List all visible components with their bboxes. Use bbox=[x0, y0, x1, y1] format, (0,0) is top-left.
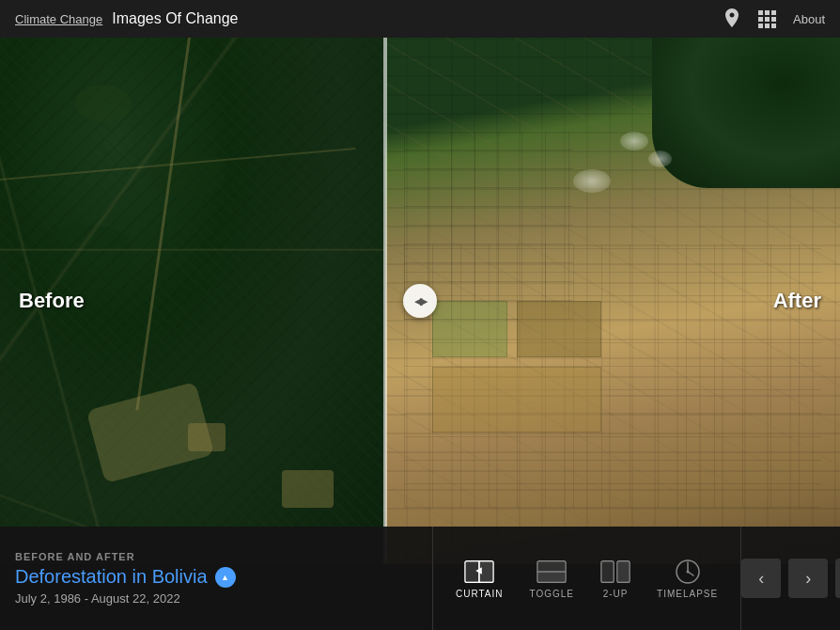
date-range: July 2, 1986 - August 22, 2022 bbox=[15, 591, 417, 606]
svg-rect-6 bbox=[758, 24, 763, 28]
grid-icon[interactable] bbox=[757, 9, 776, 28]
svg-point-25 bbox=[686, 570, 689, 573]
curtain-icon bbox=[464, 559, 494, 585]
toggle-view-button[interactable]: TOGGLE bbox=[517, 551, 588, 606]
svg-rect-20 bbox=[602, 561, 613, 581]
expand-title-button[interactable] bbox=[215, 567, 236, 588]
drag-handle[interactable] bbox=[403, 284, 437, 318]
curtain-label: CURTAIN bbox=[456, 589, 504, 599]
before-after-tag: BEFORE AND AFTER bbox=[15, 551, 417, 562]
timelapse-icon bbox=[673, 559, 703, 585]
navigation-controls: ‹ › bbox=[740, 527, 840, 630]
header-bar: Climate Change Images Of Change About bbox=[0, 0, 840, 38]
bottom-bar: BEFORE AND AFTER Deforestation in Bolivi… bbox=[0, 527, 840, 630]
image-comparison-area: Before After bbox=[0, 38, 840, 564]
title-row: Deforestation in Bolivia bbox=[15, 566, 417, 588]
forest-remnant bbox=[652, 38, 840, 188]
smoke-3 bbox=[648, 150, 672, 167]
climate-change-link[interactable]: Climate Change bbox=[15, 12, 102, 26]
info-panel: BEFORE AND AFTER Deforestation in Bolivi… bbox=[0, 527, 432, 630]
fullscreen-button[interactable] bbox=[835, 559, 840, 598]
view-mode-controls: CURTAIN TOGGLE bbox=[432, 527, 740, 630]
svg-rect-11 bbox=[466, 561, 478, 581]
location-title: Deforestation in Bolivia bbox=[15, 566, 208, 588]
before-label: Before bbox=[19, 289, 85, 313]
2up-view-button[interactable]: 2-UP bbox=[587, 551, 644, 606]
2up-label: 2-UP bbox=[603, 589, 629, 599]
app-title: Images Of Change bbox=[112, 10, 238, 27]
next-button[interactable]: › bbox=[788, 559, 828, 598]
after-image bbox=[385, 38, 840, 564]
toggle-icon bbox=[537, 559, 567, 585]
previous-button[interactable]: ‹ bbox=[741, 559, 781, 598]
svg-rect-4 bbox=[765, 17, 770, 22]
timelapse-view-button[interactable]: TIMELAPSE bbox=[644, 551, 731, 606]
header-right: About bbox=[723, 8, 825, 29]
curtain-divider bbox=[383, 38, 387, 564]
location-icon[interactable] bbox=[723, 8, 740, 29]
svg-rect-8 bbox=[771, 24, 776, 28]
svg-rect-15 bbox=[538, 561, 565, 571]
after-label: After bbox=[773, 289, 821, 313]
svg-rect-16 bbox=[538, 572, 565, 581]
svg-rect-1 bbox=[765, 10, 770, 15]
toggle-label: TOGGLE bbox=[530, 589, 575, 599]
svg-rect-3 bbox=[758, 17, 763, 22]
svg-rect-5 bbox=[771, 17, 776, 22]
2up-icon bbox=[600, 559, 630, 585]
svg-rect-7 bbox=[765, 24, 770, 28]
svg-rect-0 bbox=[758, 10, 763, 15]
smoke-2 bbox=[620, 132, 648, 150]
header-left: Climate Change Images Of Change bbox=[15, 10, 239, 27]
svg-rect-2 bbox=[771, 10, 776, 15]
smoke-1 bbox=[573, 169, 611, 193]
about-link[interactable]: About bbox=[793, 12, 825, 26]
curtain-view-button[interactable]: CURTAIN bbox=[443, 551, 517, 606]
svg-rect-21 bbox=[618, 561, 629, 581]
timelapse-label: TIMELAPSE bbox=[657, 589, 718, 599]
